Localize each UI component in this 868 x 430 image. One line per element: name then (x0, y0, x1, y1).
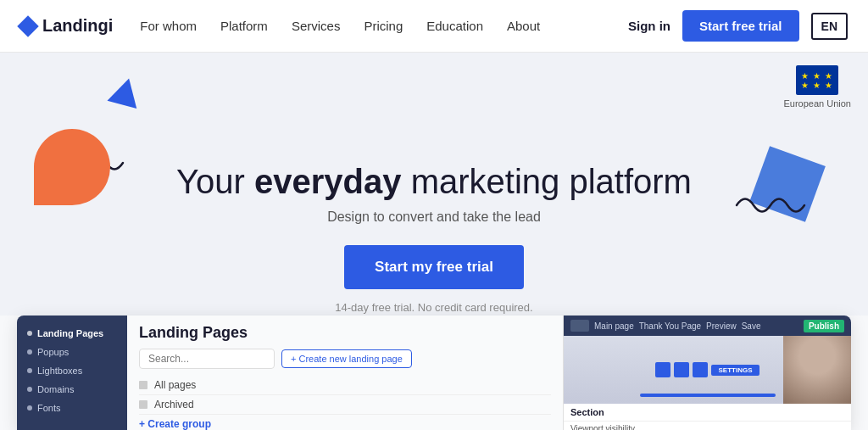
editor-element-btn3[interactable] (693, 362, 708, 377)
nav-links: For whom Platform Services Pricing Educa… (140, 19, 628, 33)
sidebar-dot-icon (27, 368, 32, 373)
eu-badge: ★ ★ ★★ ★ ★ European Union (783, 65, 851, 109)
editor-topbar-back-icon[interactable] (570, 320, 589, 332)
sidebar-item-landing-pages[interactable]: Landing Pages (17, 324, 127, 343)
dashboard-preview: Landing Pages Popups Lightboxes Domains … (17, 316, 851, 430)
editor-topbar-preview[interactable]: Preview (706, 321, 737, 331)
language-button[interactable]: EN (811, 13, 848, 40)
dashboard-create-group[interactable]: + Create group (139, 415, 551, 430)
eu-stars: ★ ★ ★★ ★ ★ (801, 71, 833, 90)
nav-for-whom[interactable]: For whom (140, 19, 197, 33)
editor-element-btn1[interactable] (655, 362, 670, 377)
start-trial-nav-button[interactable]: Start free trial (682, 10, 799, 42)
hero-title-bold: everyday (254, 163, 401, 200)
hero-cta-button[interactable]: Start my free trial (344, 245, 524, 289)
editor-section-label: Section (564, 404, 851, 422)
nav-services[interactable]: Services (292, 19, 341, 33)
sidebar-item-popups[interactable]: Popups (17, 343, 127, 361)
nav-pricing[interactable]: Pricing (364, 19, 403, 33)
sidebar-item-domains[interactable]: Domains (17, 380, 127, 399)
dashboard-search-input[interactable] (139, 349, 275, 369)
editor-canvas-person-face (783, 336, 851, 404)
sidebar-item-fonts[interactable]: Fonts (17, 399, 127, 417)
sidebar-item-lightboxes[interactable]: Lightboxes (17, 361, 127, 380)
editor-topbar-main-page: Main page (594, 321, 634, 331)
list-icon (139, 381, 147, 389)
hero-title-prefix: Your (176, 163, 254, 200)
navbar: Landingi For whom Platform Services Pric… (0, 0, 868, 53)
eu-flag-icon: ★ ★ ★★ ★ ★ (796, 65, 838, 95)
list-icon (139, 400, 147, 409)
nav-education[interactable]: Education (426, 19, 483, 33)
editor-right-panel: Section Viewport visibility W 960 H 155 (564, 404, 851, 430)
eu-label: European Union (783, 98, 851, 109)
squiggle-right-icon (732, 188, 809, 222)
editor-canvas: SETTINGS (564, 336, 851, 404)
triangle-left-icon (107, 75, 143, 109)
editor-element-settings[interactable]: SETTINGS (711, 365, 759, 376)
editor-viewport-label: Viewport visibility (570, 424, 635, 430)
hero-section: ★ ★ ★★ ★ ★ European Union Your everyday … (0, 53, 868, 316)
sidebar-dot-icon (27, 405, 32, 410)
hero-subtitle: Design to convert and take the lead (17, 209, 851, 225)
nav-about[interactable]: About (507, 19, 540, 33)
dashboard-create-button[interactable]: + Create new landing page (281, 349, 412, 368)
editor-canvas-elements: SETTINGS (655, 362, 759, 377)
logo-diamond-icon (17, 15, 38, 36)
hero-fine-print: 14-day free trial. No credit card requir… (17, 301, 851, 314)
sidebar-dot-icon (27, 387, 32, 392)
dashboard-main: Landing Pages + Create new landing page … (127, 316, 563, 430)
logo-text: Landingi (42, 16, 113, 36)
sidebar-dot-icon (27, 349, 32, 355)
editor-viewport-row: Viewport visibility (564, 422, 851, 430)
editor-topbar-thank-you: Thank You Page (639, 321, 701, 331)
dashboard-list-item-archived[interactable]: Archived (139, 395, 551, 415)
editor-canvas-selection-bar (640, 394, 776, 397)
editor-element-btn2[interactable] (674, 362, 689, 377)
editor-topbar-publish-button[interactable]: Publish (804, 320, 844, 332)
hero-title: Your everyday marketing platform (17, 163, 851, 201)
editor-canvas-person-image (783, 336, 851, 404)
dashboard-main-title: Landing Pages (139, 324, 551, 342)
dashboard-sidebar: Landing Pages Popups Lightboxes Domains … (17, 316, 127, 430)
nav-actions: Sign in Start free trial EN (628, 10, 848, 42)
nav-platform[interactable]: Platform (220, 19, 268, 33)
orange-shape-decoration (34, 129, 110, 205)
sidebar-dot-icon (27, 331, 32, 336)
logo[interactable]: Landingi (20, 16, 113, 36)
editor-canvas-bg: SETTINGS (564, 336, 851, 404)
hero-title-suffix: marketing platform (402, 163, 692, 200)
sign-in-button[interactable]: Sign in (628, 19, 670, 33)
dashboard-editor: Main page Thank You Page Preview Save Pu… (563, 316, 851, 430)
dashboard-toolbar: + Create new landing page (139, 349, 551, 369)
editor-topbar-save[interactable]: Save (742, 321, 761, 331)
dashboard-list-item-all[interactable]: All pages (139, 376, 551, 395)
editor-topbar: Main page Thank You Page Preview Save Pu… (564, 316, 851, 336)
